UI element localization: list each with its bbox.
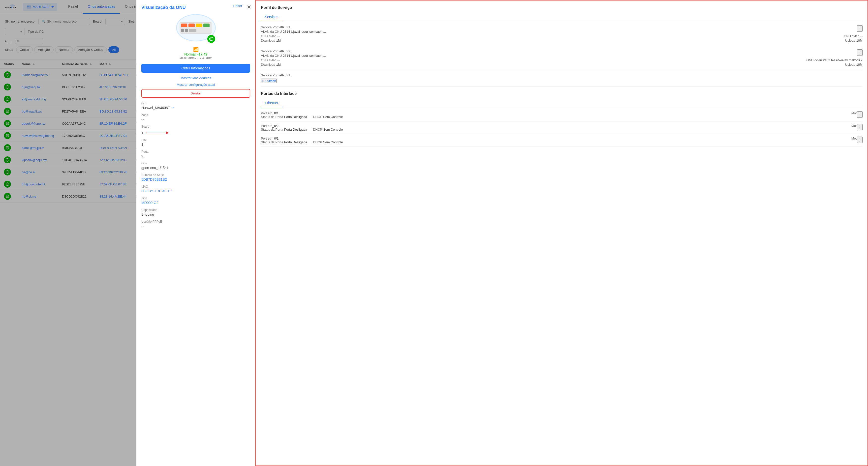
service-dl-label-2: Download: [261, 63, 275, 66]
port-status-label-3: Status da Porta: [261, 140, 283, 144]
service-port-value-2: eth_0/2: [279, 49, 290, 53]
signal-normal-text: Normal: -17.49: [142, 52, 250, 56]
obter-informacoes-button[interactable]: Obter Informações: [142, 64, 250, 73]
port-1-menu-button[interactable]: ⋮: [857, 111, 863, 118]
onu-info-section: OLT Huawei_MA4608T ↗ Zona -- Board: [142, 102, 250, 228]
service-1-vlan-row: VLAN da ONU 2814 Ujaval lusrul semcaehi.…: [261, 30, 863, 33]
port-2-status-row: Status da Porta Porta Desligada DHCP Sem…: [261, 128, 863, 131]
service-ul-value-2: 10M: [856, 63, 863, 66]
ports-tabs: Ethernet: [261, 99, 863, 107]
numero-serie-link[interactable]: 5DB7D76B31B2: [142, 177, 167, 181]
port-dhcp-value-1: Sem Controle: [323, 115, 343, 119]
service-entry-2: ⋮ Service Port eth_0/2 VLAN da ONU 2814 …: [261, 49, 863, 70]
globe-badge: [207, 35, 215, 43]
info-numero-serie: Número de Série 5DB7D76B31B2: [142, 173, 250, 181]
main-content: SN, nome, endereço: 🔍 Board: Slot: Tipo …: [0, 14, 868, 466]
arrow-head-icon: [166, 131, 168, 134]
service-3-port-row: Service Port eth_0/1: [261, 73, 863, 77]
port-port-value-2: eth_0/2: [268, 124, 279, 128]
port-dhcp-value-3: Sem Controle: [323, 140, 343, 144]
svg-rect-19: [181, 24, 187, 27]
port-dhcp-label-1: DHCP: [313, 115, 322, 119]
svg-rect-23: [181, 29, 184, 32]
mostrar-mac-button[interactable]: Mostrar Mac Address: [142, 75, 250, 81]
info-olt: OLT Huawei_MA4608T ↗: [142, 102, 250, 110]
info-board: Board 1: [142, 125, 250, 135]
service-ul-value-1: 10M: [856, 39, 863, 42]
service-2-dl-ul-row: Download 1M Upload 10M: [261, 63, 863, 66]
capacidade-value: Brigding: [142, 212, 250, 217]
service-svlan-value-2: --: [278, 58, 280, 62]
board-info-label: Board: [142, 125, 250, 128]
port-2-row: Port eth_0/2 Modo --: [261, 124, 863, 128]
info-usuario-pppoe: Usuário PPPoE --: [142, 220, 250, 228]
attach-plus-icon: +: [261, 79, 264, 83]
usuario-pppoe-label: Usuário PPPoE: [142, 220, 250, 223]
port-status-label-2: Status da Porta: [261, 128, 283, 131]
tab-servicos[interactable]: Serviços: [261, 14, 282, 21]
mac-info-label: MAC: [142, 185, 250, 188]
service-port-label-3: Service Port: [261, 73, 279, 77]
port-dhcp-label-3: DHCP: [313, 140, 322, 144]
port-2-menu-button[interactable]: ⋮: [857, 124, 863, 130]
port-1-status-row: Status da Porta Porta Desligada DHCP Sem…: [261, 115, 863, 119]
service-svlan-label-2: ONU svlan: [261, 58, 277, 62]
port-dhcp-label-2: DHCP: [313, 128, 322, 131]
service-cvlan-value-1: --: [860, 34, 863, 38]
porta-info-label: Porta: [142, 150, 250, 154]
port-1-row: Port eth_0/1 Modo --: [261, 111, 863, 115]
mac-link[interactable]: 6B:8B:49:DE:4E:1C: [142, 189, 172, 193]
port-3-menu-button[interactable]: ⋮: [857, 137, 863, 143]
port-entry-3: ⋮ Port eth_0/1 Modo -- Status da Porta P…: [261, 137, 863, 147]
signal-dbm-text: -34.01 dBm / -17.49 dBm: [142, 56, 250, 60]
port-status-value-3: Porta Desligada: [284, 140, 307, 144]
onu-panel: Visualização da ONU Editar ✕: [136, 14, 255, 466]
signal-info-section: 📶 Normal: -17.49 -34.01 dBm / -17.49 dBm: [142, 47, 250, 60]
mac-info-value: 6B:8B:49:DE:4E:1C: [142, 189, 250, 193]
servicos-tabs: Serviços: [261, 14, 863, 21]
arrow-body: [146, 133, 166, 133]
port-status-value-2: Porta Desligada: [284, 128, 307, 131]
service-2-svlan-cvlan-row: ONU svlan -- ONU cvlan 2102 Re etwuvav m…: [261, 58, 863, 62]
tab-ethernet[interactable]: Ethernet: [261, 99, 282, 107]
service-cvlan-label-1: ONU cvlan: [844, 34, 859, 38]
zona-info-label: Zona: [142, 113, 250, 117]
service-svlan-label-1: ONU svlan: [261, 34, 277, 38]
olt-info-label: OLT: [142, 102, 250, 105]
onu-image-wrapper: [176, 14, 216, 44]
port-status-value-1: Porta Desligada: [284, 115, 307, 119]
service-port-label-2: Service Port: [261, 49, 279, 53]
svg-rect-22: [204, 24, 210, 27]
info-capacidade: Capacidade Brigding: [142, 208, 250, 217]
usuario-pppoe-value: --: [142, 224, 250, 228]
info-tipo: Tipo MD000-G2: [142, 197, 250, 205]
service-port-label-1: Service Port: [261, 25, 279, 29]
attach-button[interactable]: + + Attach: [261, 78, 277, 83]
service-cvlan-value-2: 2102 Re etwuvav mekooli.2: [823, 58, 863, 62]
service-vlan-label-1: VLAN da ONU: [261, 30, 282, 33]
service-dl-label-1: Download: [261, 39, 275, 42]
port-port-value-1: eth_0/1: [268, 111, 279, 115]
numero-serie-value: 5DB7D76B31B2: [142, 177, 250, 181]
service-port-value-1: eth_0/1: [279, 25, 290, 29]
service-profile-panel: Perfil de Serviço Serviços ⋮ Service Por…: [255, 14, 868, 466]
numero-serie-label: Número de Série: [142, 173, 250, 177]
service-entry-1: ⋮ Service Port eth_0/1 VLAN da ONU 2814 …: [261, 25, 863, 46]
modal-container: Visualização da ONU Editar ✕: [136, 14, 868, 466]
service-1-dl-ul-row: Download 1M Upload 10M: [261, 39, 863, 42]
service-panel-inner: Perfil de Serviço Serviços ⋮ Service Por…: [256, 14, 868, 154]
modal-overlay: Visualização da ONU Editar ✕: [0, 14, 868, 466]
service-2-menu-button[interactable]: ⋮: [857, 49, 863, 56]
service-2-port-row: Service Port eth_0/2: [261, 49, 863, 53]
onu-device-svg: [179, 19, 213, 37]
deletar-button[interactable]: Deletar: [142, 89, 250, 98]
port-port-value-3: eth_0/1: [268, 137, 279, 140]
porta-info-value: 2: [142, 154, 250, 158]
mostrar-config-button[interactable]: Mostrar configuração atual: [142, 81, 250, 88]
tipo-link[interactable]: MD000-G2: [142, 201, 158, 205]
service-1-menu-button[interactable]: ⋮: [857, 25, 863, 32]
svg-rect-24: [185, 29, 188, 32]
service-vlan-value-1: 2814 Ujaval lusrul semcaehi.1: [283, 30, 326, 33]
tipo-info-value: MD000-G2: [142, 201, 250, 205]
board-arrow: 1: [142, 131, 250, 135]
